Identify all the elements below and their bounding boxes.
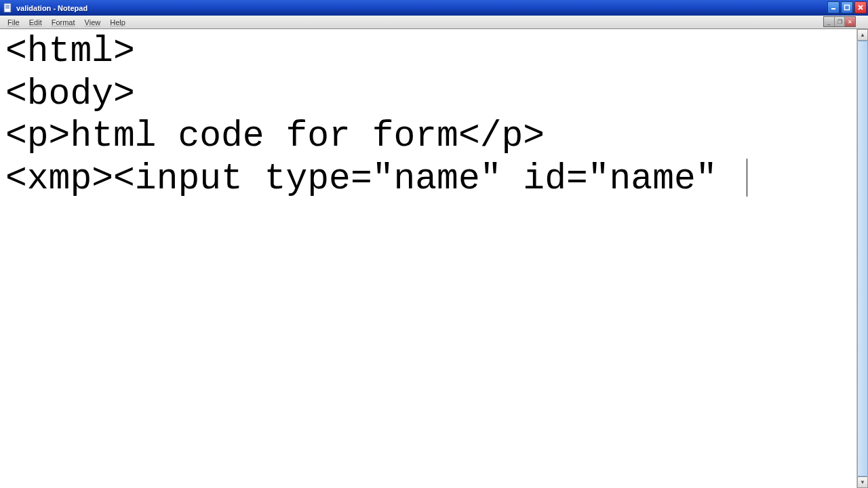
- menu-view[interactable]: View: [80, 17, 106, 28]
- editor-area: <html> <body> <p>html code for form</p> …: [0, 29, 868, 488]
- sec-minimize-icon[interactable]: _: [824, 17, 835, 26]
- close-button[interactable]: [854, 1, 867, 14]
- minimize-button[interactable]: [827, 1, 840, 14]
- titlebar: validation - Notepad: [0, 0, 868, 16]
- sec-close-icon[interactable]: ✕: [845, 17, 855, 26]
- scroll-track[interactable]: [857, 41, 868, 476]
- menu-help[interactable]: Help: [105, 17, 130, 28]
- window-title: validation - Notepad: [16, 4, 87, 12]
- menubar: File Edit Format View Help: [0, 16, 868, 29]
- scroll-thumb[interactable]: [857, 41, 868, 476]
- menu-edit[interactable]: Edit: [24, 17, 47, 28]
- scroll-down-icon[interactable]: ▼: [857, 476, 868, 488]
- svg-rect-5: [845, 5, 850, 10]
- maximize-button[interactable]: [841, 1, 853, 14]
- menu-format[interactable]: Format: [47, 17, 80, 28]
- menu-file[interactable]: File: [3, 17, 24, 28]
- text-editor[interactable]: <html> <body> <p>html code for form</p> …: [0, 29, 856, 488]
- editor-text: <html> <body> <p>html code for form</p> …: [5, 31, 738, 199]
- scroll-up-icon[interactable]: ▲: [857, 29, 868, 41]
- secondary-window-controls: _ ❐ ✕: [823, 16, 856, 27]
- text-cursor: [747, 159, 747, 197]
- vertical-scrollbar[interactable]: ▲ ▼: [856, 29, 868, 488]
- notepad-icon: [3, 3, 14, 14]
- sec-restore-icon[interactable]: ❐: [835, 17, 846, 26]
